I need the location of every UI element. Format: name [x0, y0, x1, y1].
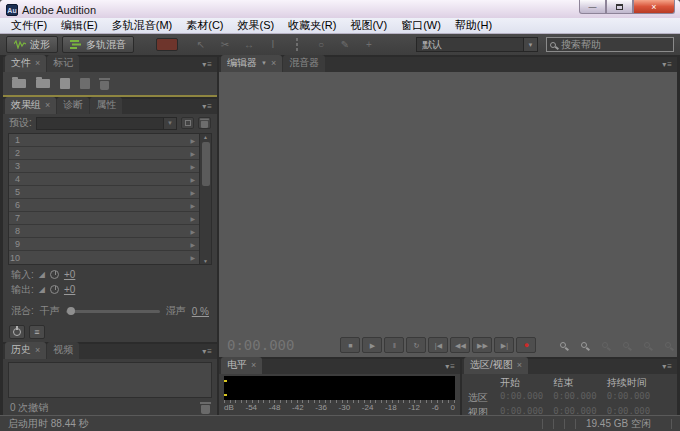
marquee-selection-tool-button[interactable] [290, 39, 304, 50]
rack-list-button[interactable]: ≡ [29, 325, 45, 339]
tab-diagnostics[interactable]: 诊断 [57, 97, 89, 114]
effect-slot[interactable]: 3▶ [9, 160, 199, 173]
tab-close-icon[interactable]: × [35, 58, 40, 68]
tab-mixer[interactable]: 混音器 [283, 55, 325, 72]
tab-close-icon[interactable]: × [45, 100, 50, 110]
menu-effects[interactable]: 效果(S) [231, 17, 282, 34]
zoom-out-amplitude-button[interactable] [617, 338, 634, 353]
effects-scrollbar[interactable]: ▲ ▼ [199, 134, 211, 264]
tab-close-icon[interactable]: × [251, 360, 256, 370]
effect-slot[interactable]: 4▶ [9, 173, 199, 186]
chevron-down-icon[interactable]: ▼ [261, 60, 267, 66]
zoom-in-left-edge-button[interactable] [659, 338, 676, 353]
scrollbar-thumb[interactable] [202, 142, 210, 186]
chevron-down-icon[interactable]: ▼ [163, 118, 176, 129]
slip-tool-button[interactable]: ↔ [242, 39, 256, 50]
scroll-up-icon[interactable]: ▲ [203, 134, 208, 140]
effect-slot[interactable]: 1▶ [9, 134, 199, 147]
lasso-selection-tool-button[interactable]: ○ [314, 39, 328, 50]
fast-forward-button[interactable]: ▶▶ [472, 337, 492, 353]
save-preset-button[interactable] [181, 117, 194, 129]
spectral-display-button[interactable] [156, 38, 178, 51]
selection-start[interactable]: 0:00.000 [500, 391, 553, 405]
tab-files[interactable]: 文件× [5, 55, 46, 72]
menu-favorites[interactable]: 收藏夹(R) [281, 17, 343, 34]
output-gain-value[interactable]: +0 [64, 284, 75, 295]
history-list[interactable] [8, 362, 212, 398]
waveform-view-button[interactable]: 波形 [6, 36, 58, 53]
tab-properties[interactable]: 属性 [90, 97, 122, 114]
menu-view[interactable]: 视图(V) [343, 17, 394, 34]
output-gain-knob[interactable] [50, 285, 59, 294]
spot-healing-tool-button[interactable]: + [362, 39, 376, 50]
chevron-down-icon[interactable]: ▼ [523, 38, 537, 51]
tab-editor[interactable]: 编辑器▼× [221, 55, 282, 72]
title-bar[interactable]: Au Adobe Audition — × [0, 0, 680, 18]
search-input[interactable] [559, 38, 659, 51]
mix-slider[interactable] [66, 310, 160, 313]
wet-value[interactable]: 0 % [192, 306, 209, 317]
effect-slot[interactable]: 2▶ [9, 147, 199, 160]
tab-close-icon[interactable]: × [35, 345, 40, 355]
close-file-trash-button[interactable] [100, 81, 109, 90]
slot-arrow-icon[interactable]: ▶ [190, 163, 199, 170]
slot-arrow-icon[interactable]: ▶ [190, 189, 199, 196]
selection-end[interactable]: 0:00.000 [553, 391, 606, 405]
effect-slot[interactable]: 9▶ [9, 238, 199, 251]
slot-arrow-icon[interactable]: ▶ [190, 241, 199, 248]
pause-button[interactable]: ‖ [384, 337, 404, 353]
maximize-button[interactable] [606, 0, 633, 14]
slot-arrow-icon[interactable]: ▶ [190, 228, 199, 235]
zoom-in-amplitude-button[interactable] [596, 338, 613, 353]
slot-arrow-icon[interactable]: ▶ [190, 202, 199, 209]
play-button[interactable]: ▶ [362, 337, 382, 353]
slot-arrow-icon[interactable]: ▶ [190, 215, 199, 222]
scroll-down-icon[interactable]: ▼ [203, 258, 208, 264]
panel-menu-button[interactable]: ▾≡ [445, 362, 456, 371]
panel-menu-button[interactable]: ▾≡ [662, 362, 673, 371]
effect-slot[interactable]: 5▶ [9, 186, 199, 199]
effect-slot[interactable]: 10▶ [9, 251, 199, 264]
workspace-dropdown[interactable]: 默认 ▼ [416, 37, 538, 52]
level-meter[interactable] [224, 376, 455, 400]
new-file-button[interactable] [60, 78, 70, 89]
zoom-in-button[interactable] [554, 338, 571, 353]
skip-to-end-button[interactable]: ▶| [494, 337, 514, 353]
menu-window[interactable]: 窗口(W) [394, 17, 448, 34]
tab-markers[interactable]: 标记 [47, 55, 79, 72]
record-button[interactable]: ● [516, 337, 536, 353]
effect-slot[interactable]: 8▶ [9, 225, 199, 238]
panel-menu-button[interactable]: ▾≡ [202, 102, 213, 111]
menu-file[interactable]: 文件(F) [4, 17, 54, 34]
time-display[interactable]: 0:00.000 [227, 337, 294, 353]
panel-menu-button[interactable]: ▾≡ [202, 60, 213, 69]
panel-menu-button[interactable]: ▾≡ [662, 60, 673, 69]
multitrack-view-button[interactable]: 多轨混音 [62, 36, 134, 53]
tab-effects-rack[interactable]: 效果组× [5, 97, 56, 114]
skip-to-start-button[interactable]: |◀ [428, 337, 448, 353]
tab-close-icon[interactable]: × [271, 58, 276, 68]
rack-power-button[interactable] [9, 325, 25, 339]
stop-button[interactable]: ■ [340, 337, 360, 353]
slot-arrow-icon[interactable]: ▶ [190, 176, 199, 183]
panel-menu-button[interactable]: ▾≡ [202, 347, 213, 356]
time-selection-tool-button[interactable]: I [266, 39, 280, 50]
clear-history-button[interactable] [201, 405, 210, 414]
slot-arrow-icon[interactable]: ▶ [190, 137, 199, 144]
close-button[interactable]: × [633, 0, 675, 14]
tab-levels[interactable]: 电平× [221, 357, 262, 374]
effect-slot[interactable]: 7▶ [9, 212, 199, 225]
mix-slider-thumb[interactable] [67, 307, 75, 315]
tab-video[interactable]: 视频 [47, 342, 79, 359]
editor-canvas[interactable] [219, 72, 677, 333]
effect-slot[interactable]: 6▶ [9, 199, 199, 212]
selection-duration[interactable]: 0:00.000 [607, 391, 671, 405]
minimize-button[interactable]: — [579, 0, 606, 14]
loop-playback-button[interactable]: ↻ [406, 337, 426, 353]
move-tool-button[interactable]: ↖ [194, 39, 208, 50]
menu-edit[interactable]: 编辑(E) [54, 17, 105, 34]
delete-preset-button[interactable] [198, 117, 211, 129]
tab-history[interactable]: 历史× [5, 342, 46, 359]
rewind-button[interactable]: ◀◀ [450, 337, 470, 353]
preset-dropdown[interactable]: ▼ [36, 117, 177, 130]
